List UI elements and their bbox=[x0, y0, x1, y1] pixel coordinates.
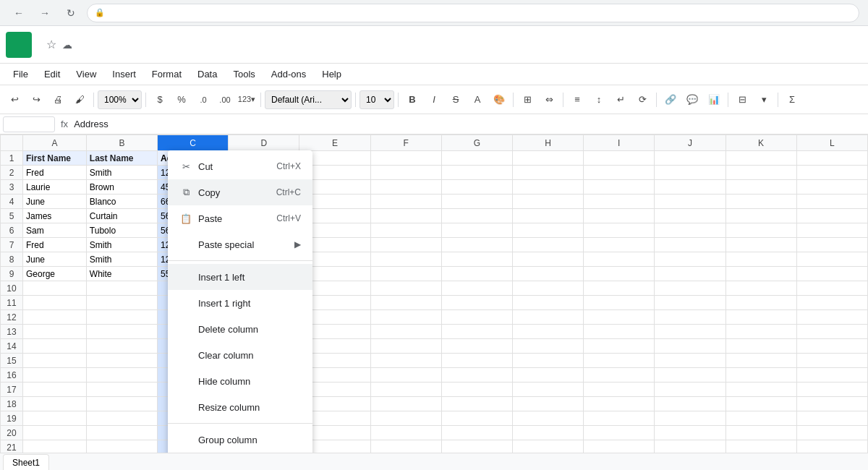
cell-14-A[interactable] bbox=[23, 339, 87, 354]
cell-empty[interactable] bbox=[512, 252, 583, 267]
cell-empty[interactable] bbox=[655, 339, 726, 354]
cell-empty[interactable] bbox=[726, 411, 796, 426]
font-select[interactable]: Default (Ari... bbox=[265, 90, 352, 109]
refresh-button[interactable]: ↻ bbox=[61, 3, 81, 23]
cell-empty[interactable] bbox=[370, 383, 441, 397]
cell-13-B[interactable] bbox=[86, 325, 157, 339]
cell-6-A[interactable]: Sam bbox=[23, 223, 87, 238]
align-button[interactable]: ≡ bbox=[567, 90, 587, 110]
cell-17-B[interactable] bbox=[86, 383, 157, 397]
cell-empty[interactable] bbox=[796, 397, 867, 411]
cell-empty[interactable] bbox=[655, 440, 726, 453]
col-header-e[interactable]: E bbox=[299, 135, 370, 151]
cell-21-B[interactable] bbox=[86, 440, 157, 453]
row-number[interactable]: 14 bbox=[1, 339, 23, 354]
row-number[interactable]: 13 bbox=[1, 325, 23, 339]
cell-empty[interactable] bbox=[584, 325, 655, 339]
cell-empty[interactable] bbox=[655, 281, 726, 296]
cell-empty[interactable] bbox=[441, 281, 512, 296]
cell-empty[interactable] bbox=[584, 354, 655, 368]
cell-empty[interactable] bbox=[584, 223, 655, 238]
menu-help[interactable]: Help bbox=[315, 66, 349, 82]
cell-empty[interactable] bbox=[370, 166, 441, 180]
cell-empty[interactable] bbox=[512, 310, 583, 325]
row-number[interactable]: 6 bbox=[1, 223, 23, 238]
cell-empty[interactable] bbox=[726, 151, 796, 166]
back-button[interactable]: ← bbox=[9, 3, 29, 23]
context-menu-resize-column[interactable]: Resize column bbox=[168, 394, 312, 420]
cell-empty[interactable] bbox=[370, 252, 441, 267]
cell-empty[interactable] bbox=[796, 296, 867, 310]
cell-empty[interactable] bbox=[512, 411, 583, 426]
cell-1-A[interactable]: First Name bbox=[23, 151, 87, 166]
cell-empty[interactable] bbox=[655, 397, 726, 411]
cell-empty[interactable] bbox=[512, 397, 583, 411]
cell-empty[interactable] bbox=[584, 339, 655, 354]
cell-empty[interactable] bbox=[370, 180, 441, 195]
menu-tools[interactable]: Tools bbox=[226, 66, 262, 82]
cell-empty[interactable] bbox=[370, 267, 441, 281]
cell-empty[interactable] bbox=[441, 296, 512, 310]
row-number[interactable]: 19 bbox=[1, 411, 23, 426]
borders-button[interactable]: ⊞ bbox=[517, 90, 537, 110]
cell-empty[interactable] bbox=[441, 325, 512, 339]
row-number[interactable]: 18 bbox=[1, 397, 23, 411]
context-menu-copy[interactable]: ⧉CopyCtrl+C bbox=[168, 179, 312, 205]
cell-12-A[interactable] bbox=[23, 310, 87, 325]
cell-empty[interactable] bbox=[441, 151, 512, 166]
text-color-button[interactable]: A bbox=[467, 90, 488, 110]
cell-empty[interactable] bbox=[796, 166, 867, 180]
cell-3-A[interactable]: Laurie bbox=[23, 180, 87, 195]
cell-empty[interactable] bbox=[796, 267, 867, 281]
cell-15-B[interactable] bbox=[86, 354, 157, 368]
bold-button[interactable]: B bbox=[402, 90, 422, 110]
cell-empty[interactable] bbox=[370, 325, 441, 339]
sheet-tab-sheet1[interactable]: Sheet1 bbox=[3, 454, 49, 470]
cell-empty[interactable] bbox=[512, 296, 583, 310]
cell-empty[interactable] bbox=[584, 383, 655, 397]
cell-8-B[interactable]: Smith bbox=[86, 252, 157, 267]
menu-file[interactable]: File bbox=[6, 66, 35, 82]
cell-empty[interactable] bbox=[655, 166, 726, 180]
cell-empty[interactable] bbox=[796, 325, 867, 339]
cell-empty[interactable] bbox=[726, 440, 796, 453]
cell-9-A[interactable]: George bbox=[23, 267, 87, 281]
menu-edit[interactable]: Edit bbox=[37, 66, 67, 82]
cell-empty[interactable] bbox=[512, 151, 583, 166]
cell-empty[interactable] bbox=[512, 325, 583, 339]
col-header-a[interactable]: A bbox=[23, 135, 87, 151]
format-button[interactable]: 123▾ bbox=[237, 90, 257, 110]
cell-empty[interactable] bbox=[655, 209, 726, 223]
cell-empty[interactable] bbox=[584, 296, 655, 310]
cell-empty[interactable] bbox=[796, 440, 867, 453]
cell-18-A[interactable] bbox=[23, 397, 87, 411]
cell-empty[interactable] bbox=[726, 223, 796, 238]
cell-empty[interactable] bbox=[512, 166, 583, 180]
cell-9-B[interactable]: White bbox=[86, 267, 157, 281]
cell-4-A[interactable]: June bbox=[23, 195, 87, 209]
cell-empty[interactable] bbox=[726, 281, 796, 296]
cell-empty[interactable] bbox=[512, 267, 583, 281]
cell-empty[interactable] bbox=[584, 238, 655, 252]
cell-empty[interactable] bbox=[726, 238, 796, 252]
wrap-button[interactable]: ↵ bbox=[610, 90, 631, 110]
cell-empty[interactable] bbox=[726, 267, 796, 281]
cell-11-B[interactable] bbox=[86, 296, 157, 310]
valign-button[interactable]: ↕ bbox=[589, 90, 609, 110]
cell-empty[interactable] bbox=[441, 252, 512, 267]
cell-empty[interactable] bbox=[655, 252, 726, 267]
cell-empty[interactable] bbox=[584, 267, 655, 281]
cell-empty[interactable] bbox=[584, 411, 655, 426]
context-menu-insert-left[interactable]: Insert 1 left bbox=[168, 264, 312, 290]
cell-13-A[interactable] bbox=[23, 325, 87, 339]
cell-empty[interactable] bbox=[370, 195, 441, 209]
cell-16-B[interactable] bbox=[86, 368, 157, 383]
cell-empty[interactable] bbox=[655, 411, 726, 426]
cell-1-B[interactable]: Last Name bbox=[86, 151, 157, 166]
menu-view[interactable]: View bbox=[69, 66, 103, 82]
col-header-l[interactable]: L bbox=[796, 135, 867, 151]
menu-format[interactable]: Format bbox=[145, 66, 189, 82]
cell-empty[interactable] bbox=[441, 397, 512, 411]
cell-empty[interactable] bbox=[370, 310, 441, 325]
col-header-g[interactable]: G bbox=[441, 135, 512, 151]
